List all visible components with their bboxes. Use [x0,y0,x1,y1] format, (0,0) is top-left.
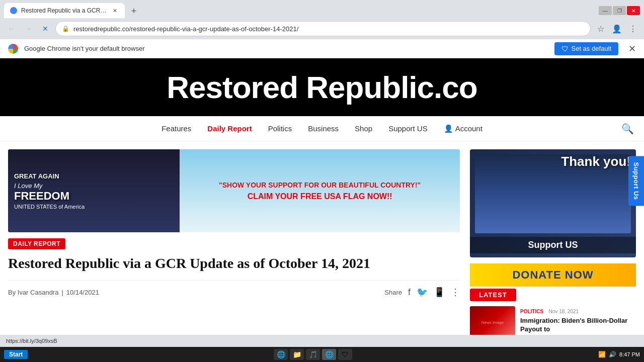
latest-thumbnail: News Image [470,306,515,339]
banner-i-love-my: I Love My [14,182,174,190]
reload-button[interactable]: ✕ [38,22,52,36]
latest-item-tag: POLITICS [520,309,543,314]
maximize-button[interactable]: ❐ [613,6,626,15]
tray-network-icon[interactable]: 📶 [598,351,606,358]
twitter-share-icon[interactable]: 🐦 [417,287,428,298]
sidebar-thank-you-text: Thank you! [561,154,631,169]
bookmark-star-icon[interactable]: ☆ [594,22,608,36]
site-nav: Features Daily Report Politics Business … [0,116,644,141]
set-default-button[interactable]: 🛡 Set as default [554,42,619,55]
lock-icon: 🔒 [62,25,69,32]
nav-account[interactable]: 👤 Account [444,124,482,133]
latest-badge: LATEST [470,289,516,301]
nav-politics[interactable]: Politics [268,117,292,140]
window-controls: — ❐ ✕ [599,6,640,15]
article-category-tag: DAILY REPORT [8,238,65,249]
tab-close-button[interactable]: ✕ [111,7,119,15]
share-section: Share f 🐦 📱 ⋮ [384,287,460,298]
search-icon[interactable]: 🔍 [621,123,634,135]
article-meta: By Ivar Casandra | 10/14/2021 Share f 🐦 … [8,280,460,298]
article-date: 10/14/2021 [66,289,99,296]
whatsapp-share-icon[interactable]: 📱 [434,287,445,298]
taskbar-folder-icon[interactable]: 📁 [290,349,304,360]
content-left: GREAT AGAIN I Love My FREEDOM UNITED STA… [8,149,460,339]
back-button[interactable]: ← [4,22,18,36]
taskbar-antivirus-icon[interactable]: 🛡 [338,349,352,360]
latest-section: LATEST News Image POLITICS Nov 18, 2021 … [470,289,636,339]
banner-freedom: FREEDOM [14,191,174,202]
taskbar-media-icon[interactable]: 🎵 [306,349,320,360]
account-icon: 👤 [444,124,453,133]
nav-shop[interactable]: Shop [355,117,372,140]
site-logo: Restored Republic.co [167,69,477,105]
taskbar-ie-icon[interactable]: 🌐 [274,349,288,360]
status-url: https://bit.ly/3q09xsB [6,338,57,344]
menu-icon[interactable]: ⋮ [626,22,640,36]
site-header: Restored Republic.co [0,58,644,116]
taskbar-tray: 📶 🔊 8:47 PM [598,351,640,358]
nav-account-label: Account [455,124,482,133]
new-tab-button[interactable]: + [127,4,141,18]
more-share-icon[interactable]: ⋮ [451,287,460,298]
taskbar-items: 🌐 📁 🎵 🌐 🛡 [274,349,352,360]
set-default-label: Set as default [572,45,612,52]
support-us-float-button[interactable]: Support Us [628,156,644,206]
taskbar: Start 🌐 📁 🎵 🌐 🛡 📶 🔊 8:47 PM [0,347,644,362]
chrome-logo [8,44,18,54]
latest-item-title: Immigration: Biden's Billion-Dollar Payo… [520,317,636,334]
banner-left: GREAT AGAIN I Love My FREEDOM UNITED STA… [8,149,180,232]
article-author: By Ivar Casandra | 10/14/2021 [8,289,99,296]
sidebar-donate-button[interactable]: DONATE NOW [470,263,636,287]
latest-item-content: POLITICS Nov 18, 2021 Immigration: Biden… [520,306,636,334]
content-sidebar: Thank you! Support US DONATE NOW LATEST … [470,149,636,339]
browser-toolbar: ← → ✕ 🔒 restoredrepublic.co/restored-rep… [0,18,644,39]
main-content: GREAT AGAIN I Love My FREEDOM UNITED STA… [0,141,644,339]
title-bar: Restored Republic via a GCR Updat... ✕ +… [0,0,644,18]
address-url: restoredrepublic.co/restored-republic-vi… [73,25,584,33]
browser-chrome: Restored Republic via a GCR Updat... ✕ +… [0,0,644,58]
banner-great-again: GREAT AGAIN [14,172,174,180]
website-content: Restored Republic.co Features Daily Repo… [0,58,644,339]
tab-title: Restored Republic via a GCR Updat... [21,7,107,14]
toolbar-icons: ☆ 👤 ⋮ [594,22,640,36]
banner-usa: UNITED STATES of America [14,204,174,210]
nav-items: Features Daily Report Politics Business … [162,117,482,140]
sidebar-ad[interactable]: Thank you! Support US [470,149,636,257]
notification-text: Google Chrome isn't your default browser [24,45,548,52]
minimize-button[interactable]: — [599,6,612,15]
tray-volume-icon[interactable]: 🔊 [609,351,616,358]
notification-bar: Google Chrome isn't your default browser… [0,39,644,58]
latest-item-meta: POLITICS Nov 18, 2021 [520,306,636,315]
nav-features[interactable]: Features [162,117,191,140]
latest-item[interactable]: News Image POLITICS Nov 18, 2021 Immigra… [470,306,636,339]
status-bar: https://bit.ly/3q09xsB [0,335,644,347]
banner-cta: CLAIM YOUR FREE USA FLAG NOW!! [248,192,392,201]
banner-right: "SHOW YOUR SUPPORT FOR OUR BEAUTIFUL COU… [180,149,460,232]
notification-close-button[interactable]: ✕ [628,43,636,54]
profile-icon[interactable]: 👤 [610,22,624,36]
meta-separator: | [61,289,63,296]
start-button[interactable]: Start [4,350,28,359]
latest-item-date: Nov 18, 2021 [549,309,579,314]
article-title: Restored Republic via a GCR Update as of… [8,254,460,272]
banner-ad[interactable]: GREAT AGAIN I Love My FREEDOM UNITED STA… [8,149,460,232]
taskbar-chrome-icon[interactable]: 🌐 [322,349,336,360]
tab-bar: Restored Republic via a GCR Updat... ✕ + [4,3,141,18]
active-tab[interactable]: Restored Republic via a GCR Updat... ✕ [4,3,125,18]
close-button[interactable]: ✕ [627,6,640,15]
forward-button[interactable]: → [21,22,35,36]
address-bar[interactable]: 🔒 restoredrepublic.co/restored-republic-… [55,21,591,36]
tab-favicon [10,7,17,14]
nav-daily-report[interactable]: Daily Report [207,117,252,140]
nav-business[interactable]: Business [308,117,339,140]
shield-icon: 🛡 [561,45,569,53]
banner-slogan: "SHOW YOUR SUPPORT FOR OUR BEAUTIFUL COU… [219,181,421,189]
latest-thumb-image: News Image [470,306,515,339]
author-name: By Ivar Casandra [8,289,58,296]
share-label: Share [384,289,402,296]
taskbar-clock: 8:47 PM [619,351,640,357]
sidebar-support-text: Support US [470,237,636,253]
facebook-share-icon[interactable]: f [408,287,411,298]
nav-support-us[interactable]: Support US [388,117,428,140]
